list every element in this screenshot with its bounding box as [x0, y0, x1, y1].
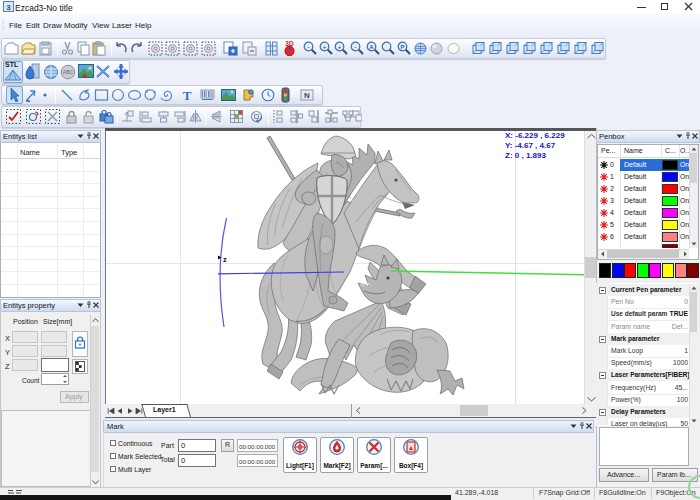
svg-text:+: +: [338, 44, 342, 50]
svg-text:N: N: [304, 91, 310, 100]
svg-text:ABC: ABC: [63, 69, 74, 75]
svg-text:-: -: [355, 44, 357, 50]
svg-text:z: z: [223, 255, 227, 264]
svg-text:A: A: [369, 44, 374, 50]
svg-text:T: T: [183, 88, 192, 102]
svg-text:+: +: [323, 44, 327, 50]
svg-text:P: P: [400, 44, 404, 50]
svg-text:-: -: [308, 44, 310, 50]
svg-text:3: 3: [6, 3, 11, 12]
